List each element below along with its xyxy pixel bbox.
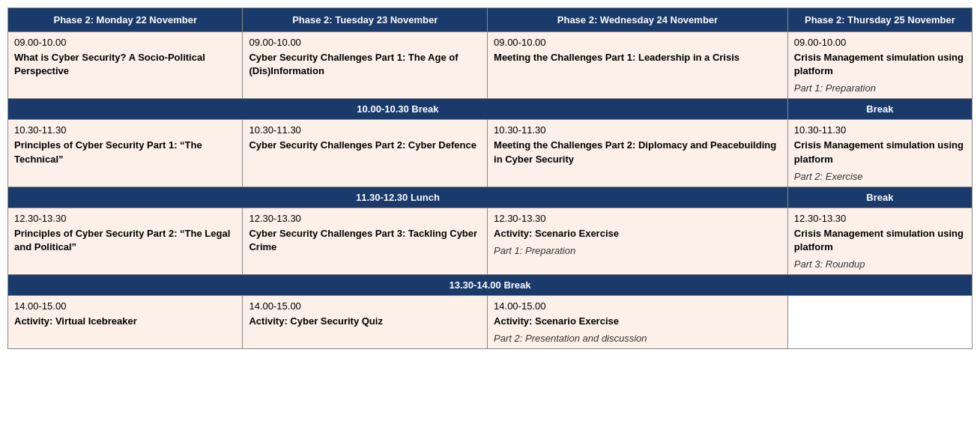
session-subtitle: Part 1: Preparation (494, 245, 781, 256)
content-cell: 09.00-10.00Cyber Security Challenges Par… (243, 32, 488, 99)
break-cell: 13.30-14.00 Break (8, 275, 973, 296)
content-cell: 14.00-15.00Activity: Cyber Security Quiz (243, 296, 488, 349)
content-cell: 10.30-11.30Crisis Management simulation … (787, 120, 972, 187)
session-time: 14.00-15.00 (14, 300, 236, 312)
session-time: 12.30-13.30 (494, 213, 781, 224)
break-right-label: Break (787, 99, 972, 120)
content-cell: 10.30-11.30Principles of Cyber Security … (8, 120, 243, 187)
session-subtitle: Part 2: Presentation and discussion (494, 333, 781, 344)
table-row: 11.30-12.30 LunchBreak (8, 187, 973, 208)
session-title: Activity: Virtual Icebreaker (14, 315, 236, 328)
session-subtitle: Part 2: Exercise (794, 171, 966, 182)
session-time: 09.00-10.00 (794, 37, 966, 48)
header-tuesday: Phase 2: Tuesday 23 November (243, 8, 488, 32)
session-title: Activity: Cyber Security Quiz (249, 315, 481, 328)
session-subtitle: Part 3: Roundup (794, 258, 966, 270)
content-cell: 14.00-15.00Activity: Virtual Icebreaker (8, 296, 243, 349)
session-time: 12.30-13.30 (249, 213, 481, 224)
session-time: 14.00-15.00 (249, 300, 481, 312)
content-cell: 12.30-13.30Activity: Scenario ExercisePa… (488, 208, 788, 274)
table-row: 10.00-10.30 BreakBreak (8, 99, 973, 120)
header-monday: Phase 2: Monday 22 November (8, 8, 243, 32)
header-wednesday: Phase 2: Wednesday 24 November (488, 8, 788, 32)
session-title: Crisis Management simulation using platf… (794, 139, 966, 166)
session-title: Cyber Security Challenges Part 2: Cyber … (249, 139, 481, 152)
table-row: 12.30-13.30Principles of Cyber Security … (8, 208, 973, 274)
header-row: Phase 2: Monday 22 November Phase 2: Tue… (8, 8, 973, 32)
session-time: 10.30-11.30 (794, 124, 966, 136)
content-cell: 09.00-10.00What is Cyber Security? A Soc… (8, 32, 243, 99)
content-cell: 10.30-11.30Meeting the Challenges Part 2… (488, 120, 788, 187)
content-cell: 14.00-15.00Activity: Scenario ExercisePa… (488, 296, 788, 349)
session-title: Principles of Cyber Security Part 2: “Th… (14, 227, 236, 254)
session-title: Meeting the Challenges Part 2: Diplomacy… (494, 139, 781, 166)
session-title: Activity: Scenario Exercise (494, 227, 781, 240)
session-time: 10.30-11.30 (494, 124, 781, 136)
session-time: 12.30-13.30 (794, 213, 966, 224)
table-row: 10.30-11.30Principles of Cyber Security … (8, 120, 973, 187)
session-title: Cyber Security Challenges Part 3: Tackli… (249, 227, 481, 254)
table-row: 14.00-15.00Activity: Virtual Icebreaker1… (8, 296, 973, 349)
session-title: What is Cyber Security? A Socio-Politica… (14, 51, 236, 78)
session-title: Activity: Scenario Exercise (494, 315, 781, 328)
session-time: 09.00-10.00 (14, 37, 236, 48)
table-row: 09.00-10.00What is Cyber Security? A Soc… (8, 32, 973, 99)
session-time: 14.00-15.00 (494, 300, 781, 312)
content-cell: 12.30-13.30Principles of Cyber Security … (8, 208, 243, 274)
content-cell: 09.00-10.00Crisis Management simulation … (787, 32, 972, 99)
schedule-table: Phase 2: Monday 22 November Phase 2: Tue… (7, 7, 973, 349)
content-cell: 12.30-13.30Crisis Management simulation … (787, 208, 972, 274)
session-subtitle: Part 1: Preparation (794, 82, 966, 94)
content-cell: 09.00-10.00Meeting the Challenges Part 1… (488, 32, 788, 99)
session-time: 09.00-10.00 (494, 37, 781, 48)
table-row: 13.30-14.00 Break (8, 275, 973, 296)
session-title: Cyber Security Challenges Part 1: The Ag… (249, 51, 481, 78)
session-time: 10.30-11.30 (249, 124, 481, 136)
content-cell: 10.30-11.30Cyber Security Challenges Par… (243, 120, 488, 187)
content-cell (787, 296, 972, 349)
session-time: 09.00-10.00 (249, 37, 481, 48)
break-right-label: Break (787, 187, 972, 208)
session-title: Crisis Management simulation using platf… (794, 51, 966, 78)
header-thursday: Phase 2: Thursday 25 November (787, 8, 972, 32)
break-label: 11.30-12.30 Lunch (8, 187, 788, 208)
session-time: 10.30-11.30 (14, 124, 236, 136)
session-title: Crisis Management simulation using platf… (794, 227, 966, 254)
session-title: Principles of Cyber Security Part 1: “Th… (14, 139, 236, 166)
break-label: 10.00-10.30 Break (8, 99, 788, 120)
session-title: Meeting the Challenges Part 1: Leadershi… (494, 51, 781, 64)
session-time: 12.30-13.30 (14, 213, 236, 224)
content-cell: 12.30-13.30Cyber Security Challenges Par… (243, 208, 488, 274)
